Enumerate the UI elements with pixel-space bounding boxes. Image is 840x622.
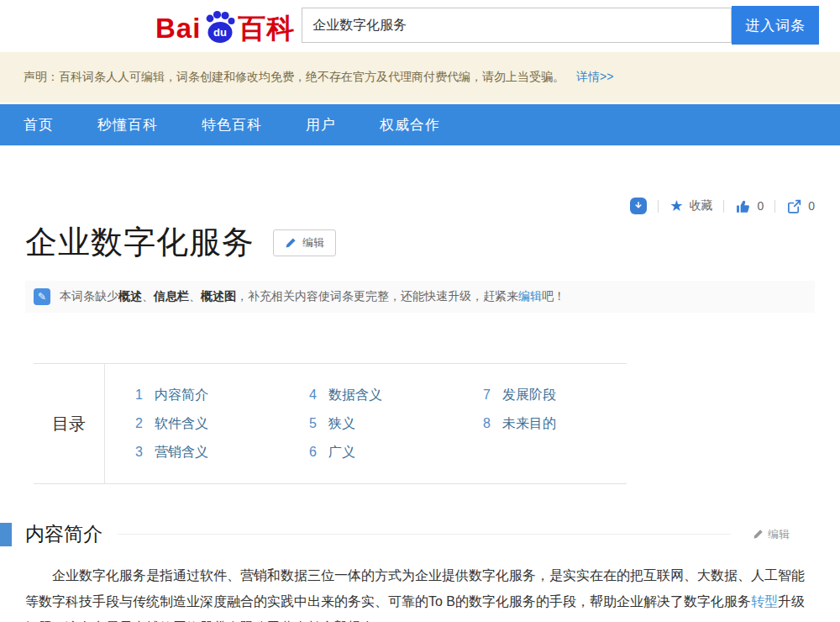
toc-columns: 1内容简介 2软件含义 3营销含义 4数据含义 5狭义 6广义 7发展阶段 8未… [105,364,627,483]
tip-edit-link[interactable]: 编辑 [518,289,542,303]
nav-item-miaodong[interactable]: 秒懂百科 [97,115,158,134]
toc-item-6[interactable]: 6广义 [309,438,453,466]
missing-content-tip: ✎ 本词条缺少概述、信息栏、概述图，补充相关内容使词条更完整，还能快速升级，赶紧… [25,281,815,313]
toc-item-3[interactable]: 3营销含义 [135,438,279,466]
logo-text-baike: 百科 [238,14,295,42]
edit-section-button[interactable]: 编辑 [753,527,790,542]
section-header: 内容简介 编辑 [0,521,815,547]
share-count: 0 [808,199,815,213]
like-count: 0 [757,199,764,213]
tip-pencil-icon: ✎ [34,288,50,305]
pencil-icon [753,529,764,540]
favorite-label: 收藏 [689,198,712,213]
entry-content: ★ 收藏 0 0 企业数字化服务 编辑 ✎ [0,198,840,622]
divider [658,200,659,213]
baidu-baike-logo[interactable]: Bai du 百科 [155,8,295,42]
edit-entry-button[interactable]: 编辑 [273,229,336,256]
toc-item-8[interactable]: 8未来目的 [483,409,627,438]
pencil-icon [285,237,297,249]
logo-text-bai: Bai [155,14,201,42]
nav-item-featured[interactable]: 特色百科 [202,115,262,134]
section-marker [0,523,12,546]
toc-item-4[interactable]: 4数据含义 [309,381,453,409]
svg-text:du: du [213,26,227,39]
nav-item-user[interactable]: 用户 [306,115,336,134]
nav-item-authority[interactable]: 权威合作 [380,115,440,134]
disclaimer-bar: 声明：百科词条人人可编辑，词条创建和修改均免费，绝不存在官方及代理商付费代编，请… [0,52,840,103]
table-of-contents: 目录 1内容简介 2软件含义 3营销含义 4数据含义 5狭义 6广义 7发展阶段… [34,363,627,484]
divider [723,200,724,213]
disclaimer-text: 声明：百科词条人人可编辑，词条创建和修改均免费，绝不存在官方及代理商付费代编，请… [24,70,564,85]
section-paragraph: 企业数字化服务是指通过软件、营销和数据三位一体的方式为企业提供数字化服务，是实实… [25,562,815,622]
star-icon: ★ [669,198,683,213]
share-button[interactable]: 0 [786,198,815,214]
toc-item-2[interactable]: 2软件含义 [135,409,279,438]
toc-item-5[interactable]: 5狭义 [309,409,453,438]
toc-item-1[interactable]: 1内容简介 [135,381,279,409]
section-rule [118,534,731,535]
toc-item-7[interactable]: 7发展阶段 [483,381,627,409]
search-input[interactable] [302,8,732,43]
nav-item-home[interactable]: 首页 [24,115,54,134]
toc-label: 目录 [34,364,105,483]
paw-icon: du [202,10,236,44]
toc-column-1: 1内容简介 2软件含义 3营销含义 [105,381,279,466]
section-title: 内容简介 [25,521,102,547]
edit-entry-label: 编辑 [302,235,324,250]
like-button[interactable]: 0 [735,198,764,214]
title-row: 企业数字化服务 编辑 [25,221,815,264]
entry-title: 企业数字化服务 [25,221,255,264]
main-nav: 首页 秒懂百科 特色百科 用户 权威合作 [0,104,840,145]
entry-actions: ★ 收藏 0 0 [25,198,815,214]
disclaimer-detail-link[interactable]: 详情>> [576,70,613,85]
tip-text: 本词条缺少概述、信息栏、概述图，补充相关内容使词条更完整，还能快速升级，赶紧来编… [60,289,565,304]
toc-column-2: 4数据含义 5狭义 6广义 [279,381,453,466]
thumbs-up-icon [735,198,751,214]
share-icon [786,198,802,214]
enter-entry-button[interactable]: 进入词条 [732,6,819,45]
transform-link[interactable]: 转型 [751,594,778,609]
header: Bai du 百科 进入词条 [0,0,840,50]
app-download-icon[interactable] [630,198,647,214]
favorite-button[interactable]: ★ 收藏 [669,198,712,213]
edit-section-label: 编辑 [768,527,790,542]
divider [774,200,775,213]
toc-column-3: 7发展阶段 8未来目的 [453,381,627,466]
